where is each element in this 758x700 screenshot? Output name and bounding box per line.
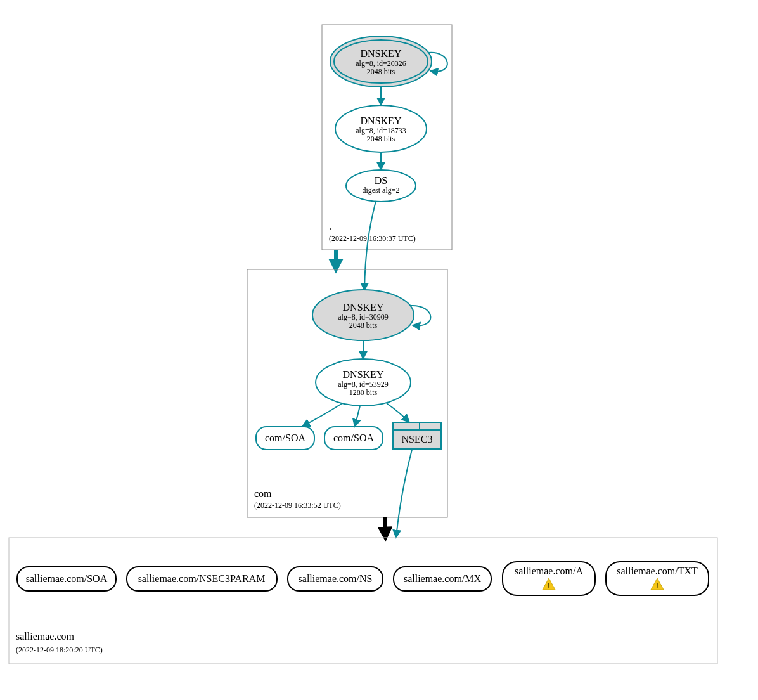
node-salliemae-ns: salliemae.com/NS <box>288 567 383 591</box>
zone-salliemae-timestamp: (2022-12-09 18:20:20 UTC) <box>16 645 103 654</box>
edge-com-to-salliemae-zone <box>385 517 385 536</box>
svg-text:DS: DS <box>375 175 387 186</box>
zone-root: . (2022-12-09 16:30:37 UTC) DNSKEY alg=8… <box>322 25 452 250</box>
svg-text:com/SOA: com/SOA <box>265 432 305 443</box>
svg-text:salliemae.com/SOA: salliemae.com/SOA <box>26 573 108 584</box>
svg-text:!: ! <box>656 581 658 590</box>
edge-nsec3-to-salliemae <box>396 450 412 537</box>
node-com-ksk: DNSKEY alg=8, id=30909 2048 bits <box>312 290 414 340</box>
edge-com-zsk-soa2 <box>355 406 360 426</box>
svg-text:DNSKEY: DNSKEY <box>361 48 402 59</box>
dnssec-graph: . (2022-12-09 16:30:37 UTC) DNSKEY alg=8… <box>0 0 758 700</box>
node-com-soa1: com/SOA <box>256 427 314 450</box>
svg-text:salliemae.com/NS: salliemae.com/NS <box>299 573 373 584</box>
svg-text:alg=8, id=18733: alg=8, id=18733 <box>356 126 406 135</box>
edge-com-zsk-soa1 <box>303 403 342 426</box>
svg-text:DNSKEY: DNSKEY <box>343 369 384 380</box>
svg-text:2048 bits: 2048 bits <box>349 321 378 330</box>
node-com-nsec3: NSEC3 <box>393 422 441 449</box>
svg-text:salliemae.com/A: salliemae.com/A <box>515 566 583 576</box>
node-com-zsk: DNSKEY alg=8, id=53929 1280 bits <box>316 359 411 406</box>
svg-text:alg=8, id=30909: alg=8, id=30909 <box>338 313 389 321</box>
zone-salliemae-label: salliemae.com <box>16 631 75 642</box>
node-root-ksk: DNSKEY alg=8, id=20326 2048 bits <box>330 36 432 87</box>
edge-com-zsk-nsec3 <box>387 403 409 422</box>
zone-com: com (2022-12-09 16:33:52 UTC) DNSKEY alg… <box>247 269 447 517</box>
node-com-soa2: com/SOA <box>324 427 383 450</box>
node-root-ds: DS digest alg=2 <box>346 170 416 202</box>
svg-text:salliemae.com/NSEC3PARAM: salliemae.com/NSEC3PARAM <box>138 573 266 584</box>
node-salliemae-txt: salliemae.com/TXT ! <box>606 562 709 595</box>
zone-root-label: . <box>329 221 331 231</box>
zone-com-timestamp: (2022-12-09 16:33:52 UTC) <box>254 501 341 510</box>
node-salliemae-soa: salliemae.com/SOA <box>17 567 116 591</box>
node-salliemae-mx: salliemae.com/MX <box>394 567 491 591</box>
svg-text:alg=8, id=53929: alg=8, id=53929 <box>338 380 389 389</box>
svg-text:!: ! <box>548 581 550 590</box>
svg-rect-26 <box>393 422 441 430</box>
svg-text:2048 bits: 2048 bits <box>367 67 395 76</box>
node-salliemae-a: salliemae.com/A ! <box>503 562 595 595</box>
svg-text:digest alg=2: digest alg=2 <box>362 186 399 195</box>
svg-text:1280 bits: 1280 bits <box>349 388 378 397</box>
svg-rect-30 <box>9 538 717 664</box>
svg-text:DNSKEY: DNSKEY <box>361 115 402 126</box>
svg-text:salliemae.com/MX: salliemae.com/MX <box>404 573 482 584</box>
svg-text:salliemae.com/TXT: salliemae.com/TXT <box>617 566 698 576</box>
zone-root-timestamp: (2022-12-09 16:30:37 UTC) <box>329 234 416 243</box>
svg-text:alg=8, id=20326: alg=8, id=20326 <box>356 59 406 68</box>
node-salliemae-nsec3param: salliemae.com/NSEC3PARAM <box>127 567 277 591</box>
node-root-zsk: DNSKEY alg=8, id=18733 2048 bits <box>335 105 427 152</box>
svg-text:com/SOA: com/SOA <box>333 432 374 443</box>
svg-text:NSEC3: NSEC3 <box>402 434 433 444</box>
zone-salliemae: salliemae.com (2022-12-09 18:20:20 UTC) … <box>9 538 717 664</box>
zone-com-label: com <box>254 488 272 499</box>
edge-ds-to-com-ksk <box>364 201 376 290</box>
svg-text:DNSKEY: DNSKEY <box>343 302 384 313</box>
svg-text:2048 bits: 2048 bits <box>367 134 395 143</box>
